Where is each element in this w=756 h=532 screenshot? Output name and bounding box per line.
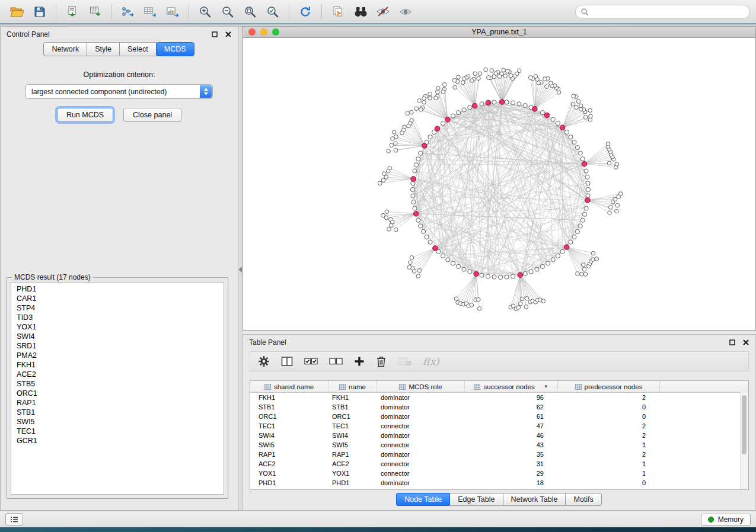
table-row[interactable]: YOX1YOX1connector291 xyxy=(250,469,748,478)
tab-motifs[interactable]: Motifs xyxy=(565,493,601,506)
result-node-item[interactable]: SWI4 xyxy=(11,332,224,341)
column-header-predecessor-nodes[interactable]: predecessor nodes xyxy=(558,381,660,392)
result-node-item[interactable]: STP4 xyxy=(11,303,224,313)
empty-checks-button[interactable] xyxy=(329,357,343,366)
float-table-panel-icon[interactable] xyxy=(729,339,736,346)
function-builder-button[interactable]: f(x) xyxy=(423,356,439,367)
main-toolbar xyxy=(0,0,756,24)
run-mcds-button[interactable]: Run MCDS xyxy=(57,108,113,122)
table-row[interactable]: SWI5SWI5connector431 xyxy=(250,440,748,450)
zoom-fit-button[interactable] xyxy=(239,2,261,21)
result-node-item[interactable]: ACE2 xyxy=(11,370,224,379)
zoom-in-button[interactable] xyxy=(194,2,216,21)
hide-eye-button[interactable] xyxy=(372,2,394,21)
table-header-row: shared namenameMCDS rolesuccessor nodes▼… xyxy=(250,381,748,393)
zoom-out-button[interactable] xyxy=(216,2,239,21)
tab-mcds[interactable]: MCDS xyxy=(156,42,194,56)
panel-splitter[interactable] xyxy=(238,26,243,511)
folder-open-button[interactable] xyxy=(6,2,28,21)
import-file-button[interactable] xyxy=(61,2,84,21)
tab-edge-table[interactable]: Edge Table xyxy=(449,493,503,506)
tab-select[interactable]: Select xyxy=(119,42,157,56)
column-header-shared-name[interactable]: shared name xyxy=(250,381,328,392)
result-node-item[interactable]: STB1 xyxy=(11,408,224,417)
table-row[interactable]: RAP1RAP1dominator352 xyxy=(250,450,748,459)
zoom-selected-button[interactable] xyxy=(261,2,284,21)
memory-button[interactable]: Memory xyxy=(701,514,751,525)
add-button[interactable] xyxy=(354,356,365,367)
result-node-item[interactable]: STB5 xyxy=(11,379,224,389)
result-node-item[interactable]: TID3 xyxy=(11,313,224,322)
scrollbar-thumb[interactable] xyxy=(742,395,747,454)
result-node-item[interactable]: SRD1 xyxy=(11,341,224,351)
result-node-item[interactable]: SWI5 xyxy=(11,417,224,427)
splitter-collapse-icon[interactable] xyxy=(238,267,242,273)
save-button[interactable] xyxy=(28,2,51,21)
column-header-MCDS-role[interactable]: MCDS role xyxy=(377,381,465,392)
result-node-item[interactable]: FKH1 xyxy=(11,360,224,370)
table-row[interactable]: SWI4SWI4dominator462 xyxy=(250,431,748,440)
result-node-item[interactable]: YOX1 xyxy=(11,322,224,332)
network-window-titlebar[interactable]: YPA_prune.txt_1 xyxy=(243,26,756,38)
table-row[interactable]: STB1STB1dominator620 xyxy=(250,402,748,412)
network-graph[interactable] xyxy=(243,38,755,329)
result-node-item[interactable]: PHD1 xyxy=(11,284,224,294)
copy-network-button[interactable] xyxy=(327,2,349,21)
float-panel-icon[interactable] xyxy=(211,31,218,38)
network-view-canvas[interactable] xyxy=(243,38,756,331)
table-row[interactable]: TEC1TEC1connector472 xyxy=(250,421,748,431)
cell-successor_nodes: 18 xyxy=(465,479,558,486)
mcds-result-list[interactable]: PHD1CAR1STP4TID3YOX1SWI4SRD1PMA2FKH1ACE2… xyxy=(11,282,224,495)
tab-node-table[interactable]: Node Table xyxy=(396,493,450,506)
export-image-button[interactable] xyxy=(161,2,184,21)
tab-network-table[interactable]: Network Table xyxy=(503,493,566,506)
close-panel-button[interactable]: Close panel xyxy=(123,108,181,122)
result-node-item[interactable]: TEC1 xyxy=(11,427,224,436)
toolbar-separator xyxy=(321,4,322,20)
export-network-button[interactable] xyxy=(116,2,139,21)
table-row[interactable]: FKH1FKH1dominator962 xyxy=(250,393,748,402)
table-row[interactable]: ACE2ACE2connector311 xyxy=(250,459,748,469)
cell-mcds_role: dominator xyxy=(377,479,465,486)
optimization-criterion-select[interactable]: largest connected component (undirected) xyxy=(25,84,213,99)
result-node-item[interactable]: ORC1 xyxy=(11,389,224,398)
column-header-successor-nodes[interactable]: successor nodes▼ xyxy=(465,381,558,392)
column-header-filler xyxy=(660,381,748,392)
column-header-name[interactable]: name xyxy=(328,381,377,392)
tab-network[interactable]: Network xyxy=(43,42,87,56)
window-traffic-lights xyxy=(248,28,279,36)
delete-button[interactable] xyxy=(376,355,387,367)
cell-successor_nodes: 46 xyxy=(465,432,558,439)
close-window-icon[interactable] xyxy=(248,28,256,36)
result-node-item[interactable]: RAP1 xyxy=(11,398,224,408)
cell-name: RAP1 xyxy=(328,451,377,458)
cell-shared_name: RAP1 xyxy=(250,451,328,458)
result-node-item[interactable]: PMA2 xyxy=(11,351,224,360)
gear-button[interactable] xyxy=(258,355,270,367)
binoculars-button[interactable] xyxy=(349,2,372,21)
select-checks-button[interactable] xyxy=(304,357,318,366)
show-eye-button[interactable] xyxy=(394,2,417,21)
result-node-item[interactable]: GCR1 xyxy=(11,436,224,446)
columns-button[interactable] xyxy=(281,356,293,367)
search-field-wrap xyxy=(575,5,750,19)
refresh-button[interactable] xyxy=(294,2,317,21)
cell-name: SWI5 xyxy=(328,441,377,448)
minimize-window-icon[interactable] xyxy=(260,28,267,36)
close-table-panel-icon[interactable] xyxy=(742,339,749,346)
tab-style[interactable]: Style xyxy=(87,42,120,56)
maximize-window-icon[interactable] xyxy=(272,28,279,36)
table-row[interactable]: ORC1ORC1dominator610 xyxy=(250,412,748,421)
table-scrollbar[interactable] xyxy=(740,392,748,489)
cell-successor_nodes: 31 xyxy=(465,460,558,467)
table-row[interactable]: PHD1PHD1dominator180 xyxy=(250,478,748,488)
memory-status-icon xyxy=(708,517,714,523)
search-input[interactable] xyxy=(575,5,750,19)
close-panel-icon[interactable] xyxy=(225,31,232,38)
import-table-button[interactable] xyxy=(84,2,106,21)
result-node-item[interactable]: CAR1 xyxy=(11,294,224,303)
panel-menu-button[interactable] xyxy=(5,513,23,525)
cell-mcds_role: connector xyxy=(377,470,465,477)
export-table-button[interactable] xyxy=(139,2,161,21)
disabled-table-button[interactable] xyxy=(398,357,412,366)
